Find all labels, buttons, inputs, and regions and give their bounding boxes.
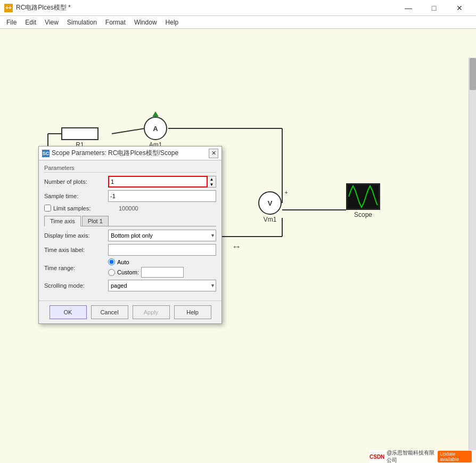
spinner-down-button[interactable]: ▼ <box>208 182 216 187</box>
sample-time-input[interactable] <box>108 190 216 202</box>
scrolling-mode-label: Scrolling mode: <box>44 282 108 289</box>
voltmeter-symbol: V <box>268 199 273 207</box>
ammeter-symbol: A <box>153 125 158 133</box>
menu-file[interactable]: File <box>2 16 21 28</box>
spinner-up-button[interactable]: ▲ <box>208 176 216 182</box>
voltmeter-vm1: V + Vm1 <box>258 191 282 223</box>
dialog-buttons: OK Cancel Apply Help <box>39 300 221 323</box>
time-range-custom-label: Custom: <box>117 269 139 275</box>
limit-samples-value: 100000 <box>119 205 161 212</box>
scope-label: Scope <box>346 211 380 218</box>
dialog-body: Parameters Number of plots: ▲ ▼ Sample t… <box>39 160 221 298</box>
time-range-auto-label: Auto <box>117 259 129 265</box>
limit-samples-label: Limit samples: <box>53 205 114 212</box>
dialog-icon: SC <box>42 150 50 157</box>
dialog-title-text: Scope Parameters: RC电路Plces模型/Scope <box>52 149 178 158</box>
sample-time-row: Sample time: <box>44 190 216 202</box>
cancel-button[interactable]: Cancel <box>91 305 128 319</box>
minimize-button[interactable]: — <box>396 0 421 16</box>
time-range-custom-input[interactable] <box>141 267 184 278</box>
titlebar-left: ++ RC电路Plces模型 * <box>4 3 71 12</box>
voltmeter-circle: V <box>258 191 282 215</box>
dialog-close-button[interactable]: ✕ <box>209 149 218 158</box>
scope-parameters-dialog: SC Scope Parameters: RC电路Plces模型/Scope ✕… <box>38 146 222 324</box>
display-time-axis-row: Display time axis: Bottom plot only All … <box>44 230 216 241</box>
scope-component: Scope <box>346 183 380 218</box>
time-range-label: Time range: <box>44 265 108 271</box>
tab-time-axis[interactable]: Time axis <box>44 216 81 226</box>
voltmeter-label: Vm1 <box>258 216 282 223</box>
voltmeter-plus-sign: + <box>285 189 288 196</box>
update-available-badge[interactable]: Update available <box>438 451 472 462</box>
limit-samples-row: Limit samples: 100000 <box>44 205 216 212</box>
menu-help[interactable]: Help <box>161 16 183 28</box>
titlebar-controls: — □ ✕ <box>396 0 472 16</box>
menu-view[interactable]: View <box>40 16 63 28</box>
dialog-titlebar: SC Scope Parameters: RC电路Plces模型/Scope ✕ <box>39 147 221 160</box>
resistor-r1: R1 <box>61 127 99 149</box>
scope-box <box>346 183 380 210</box>
time-range-auto-option: Auto <box>108 258 184 265</box>
time-axis-label-label: Time axis label: <box>44 247 108 253</box>
number-of-plots-row: Number of plots: ▲ ▼ <box>44 176 216 188</box>
number-of-plots-input[interactable] <box>108 176 208 188</box>
time-axis-label-input[interactable] <box>108 244 216 256</box>
menu-edit[interactable]: Edit <box>21 16 40 28</box>
ammeter-arrow-icon <box>152 111 159 117</box>
display-time-axis-select-wrapper: Bottom plot only All None ▼ <box>108 230 216 241</box>
time-range-custom-radio[interactable] <box>108 269 115 276</box>
window-title: RC电路Plces模型 * <box>16 3 71 12</box>
menu-format[interactable]: Format <box>101 16 130 28</box>
tab-plot1[interactable]: Plot 1 <box>82 216 109 226</box>
svg-line-1 <box>112 128 145 134</box>
tab-row: Time axis Plot 1 <box>44 216 216 226</box>
ammeter-circle: A <box>144 117 167 140</box>
spinner-buttons: ▲ ▼ <box>208 176 216 188</box>
dialog-title-left: SC Scope Parameters: RC电路Plces模型/Scope <box>42 149 178 158</box>
apply-button[interactable]: Apply <box>133 305 170 319</box>
display-time-axis-select[interactable]: Bottom plot only All None <box>108 230 216 241</box>
maximize-button[interactable]: □ <box>422 0 446 16</box>
statusbar: CSDN @乐思智能科技有限公司 Update available <box>370 450 476 463</box>
scope-display <box>348 185 379 208</box>
csdn-text: @乐思智能科技有限公司 <box>387 449 436 463</box>
svg-text:↔: ↔ <box>232 241 241 252</box>
app-icon: ++ <box>4 4 13 12</box>
limit-samples-checkbox[interactable] <box>44 205 51 212</box>
ok-button[interactable]: OK <box>50 305 87 319</box>
scrollbar-thumb[interactable] <box>470 58 476 90</box>
parameters-section-header: Parameters <box>44 165 216 173</box>
help-button[interactable]: Help <box>174 305 211 319</box>
scrolling-mode-row: Scrolling mode: paged sliding strip ▼ <box>44 280 216 291</box>
titlebar: ++ RC电路Plces模型 * — □ ✕ <box>0 0 476 16</box>
resistor-body <box>61 127 99 140</box>
close-button[interactable]: ✕ <box>447 0 472 16</box>
right-scrollbar[interactable] <box>469 58 476 462</box>
time-range-auto-radio[interactable] <box>108 258 115 265</box>
scrolling-mode-select-wrapper: paged sliding strip ▼ <box>108 280 216 291</box>
menu-window[interactable]: Window <box>130 16 161 28</box>
time-range-custom-option: Custom: <box>108 267 184 278</box>
canvas-area: ↔ R1 A Am1 V + Vm1 Scope <box>0 29 476 463</box>
time-axis-label-row: Time axis label: <box>44 244 216 256</box>
ammeter-am1: A Am1 <box>144 117 167 149</box>
display-time-axis-label: Display time axis: <box>44 232 108 239</box>
time-range-options: Auto Custom: <box>108 258 184 278</box>
sample-time-label: Sample time: <box>44 193 108 199</box>
number-of-plots-spinner[interactable]: ▲ ▼ <box>108 176 216 188</box>
menu-simulation[interactable]: Simulation <box>63 16 101 28</box>
time-range-row: Time range: Auto Custom: <box>44 258 216 278</box>
number-of-plots-label: Number of plots: <box>44 178 108 185</box>
menubar: File Edit View Simulation Format Window … <box>0 16 476 29</box>
scrolling-mode-select[interactable]: paged sliding strip <box>108 280 216 291</box>
csdn-logo: CSDN <box>370 454 384 460</box>
